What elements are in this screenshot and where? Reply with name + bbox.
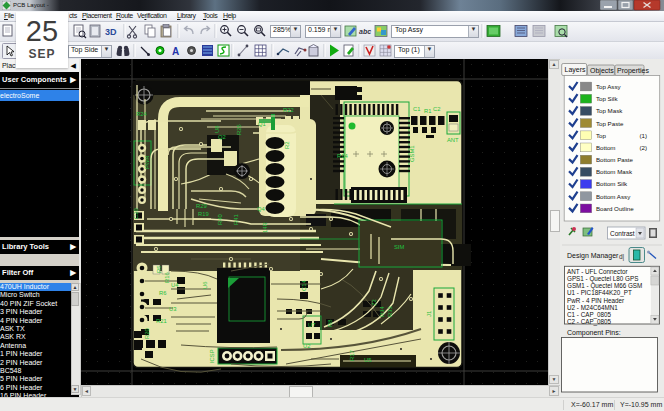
svg-text:14R: 14R [262,222,268,233]
svg-text:R33: R33 [387,306,393,317]
svg-text:abc: abc [359,28,371,35]
svg-text:U5: U5 [364,357,371,363]
svg-text:PWR: PWR [144,155,150,169]
svg-text:A: A [172,46,179,57]
svg-text:U8: U8 [214,126,220,133]
svg-text:R40: R40 [217,214,223,225]
svg-text:R5: R5 [156,266,162,273]
svg-text:R20: R20 [144,328,150,339]
svg-text:U3: U3 [169,306,176,312]
svg-text:C20: C20 [133,208,139,219]
svg-text:R14: R14 [337,153,348,159]
svg-text:Board Outline: Board Outline [596,205,634,212]
svg-text:Z2: Z2 [371,299,377,306]
svg-text:Top Silk: Top Silk [596,95,619,102]
svg-text:U4: U4 [171,282,179,288]
svg-text:R1: R1 [424,108,431,114]
svg-text:Q1: Q1 [258,121,266,127]
svg-text:Bottom: Bottom [596,144,616,151]
svg-text:R16: R16 [164,272,170,283]
svg-text:R19: R19 [198,211,209,217]
svg-text:ANT: ANT [447,137,459,143]
svg-text:Contrast: Contrast [610,230,635,237]
svg-text:R34: R34 [379,306,385,317]
svg-text:Bottom Assy: Bottom Assy [596,193,631,200]
svg-text:U6: U6 [202,282,208,289]
svg-text:U2 - M24C64MN1: U2 - M24C64MN1 [567,304,618,311]
svg-text:Top Assy: Top Assy [596,83,622,90]
svg-text:(2): (2) [640,144,648,151]
svg-text:Top Mask: Top Mask [596,107,623,114]
svg-text:R25: R25 [236,124,242,135]
svg-text:Q4: Q4 [257,206,266,212]
svg-text:Component Pins:: Component Pins: [567,329,621,337]
svg-text:C2 - CAP_0805: C2 - CAP_0805 [567,318,612,326]
svg-text:Objects: Objects [590,67,614,75]
svg-text:PwR - 4 PIN Header: PwR - 4 PIN Header [567,297,624,304]
svg-text:ICSP: ICSP [209,349,215,363]
svg-text:R6: R6 [159,290,166,296]
svg-text:R17: R17 [349,350,355,361]
svg-text:R2: R2 [284,142,290,149]
svg-text:R8: R8 [327,320,333,327]
svg-text:C2: C2 [433,106,440,112]
svg-text:R22: R22 [283,107,294,113]
svg-text:Q2: Q2 [218,134,226,140]
svg-text:3D: 3D [105,27,117,37]
svg-text:Top Paste: Top Paste [596,120,624,127]
svg-text:Bottom Silk: Bottom Silk [596,180,628,187]
svg-text:Design Manager: Design Manager [567,252,619,260]
svg-text:R41: R41 [233,214,239,225]
svg-text:ANT - UFL Connector: ANT - UFL Connector [567,268,628,275]
svg-text:R29: R29 [196,203,207,209]
svg-text:Top: Top [596,132,607,139]
svg-text:U7: U7 [308,322,315,328]
svg-text:SIM: SIM [394,244,404,250]
svg-text:(1): (1) [640,132,648,139]
svg-text:d|: d| [619,253,625,261]
svg-text:Properties: Properties [617,67,649,75]
svg-text:GSM1: GSM1 [409,146,415,162]
svg-text:U2: U2 [303,343,310,349]
svg-text:C1: C1 [413,106,420,112]
svg-text:Bottom Paste: Bottom Paste [596,156,634,163]
svg-text:C14: C14 [301,280,307,291]
svg-text:Layers: Layers [565,66,587,74]
svg-text:J1: J1 [426,311,432,317]
svg-text:R21: R21 [156,318,167,324]
svg-text:Bottom Mask: Bottom Mask [596,168,633,175]
svg-text:R24: R24 [136,111,147,117]
